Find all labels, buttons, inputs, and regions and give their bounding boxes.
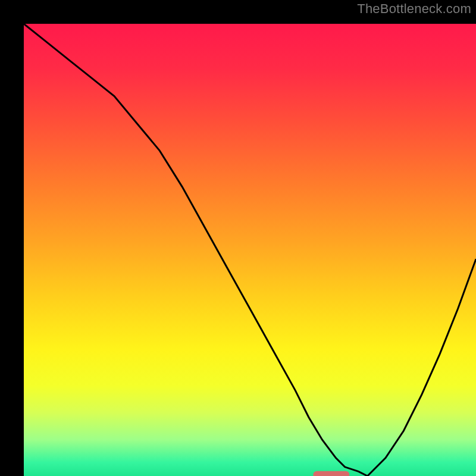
watermark-text: TheBottleneck.com	[357, 1, 471, 17]
chart-frame	[12, 12, 464, 464]
gradient-plane	[24, 24, 476, 476]
bottleneck-chart	[24, 24, 476, 476]
optimal-range-marker	[313, 471, 349, 476]
